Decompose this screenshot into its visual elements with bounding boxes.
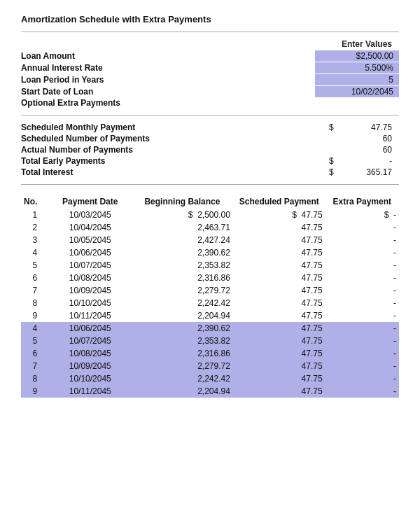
start-date-label: Start Date of Loan [21, 87, 315, 97]
cell-extra: - [326, 385, 399, 398]
cell-scheduled: 47.75 [233, 347, 326, 360]
input-row-extra-payments: Optional Extra Payments [21, 98, 399, 108]
cell-extra: - [326, 272, 399, 284]
table-header-row: No. Payment Date Beginning Balance Sched… [21, 195, 399, 209]
table-row: 410/06/20452,390.6247.75- [21, 246, 399, 259]
input-row-interest-rate: Annual Interest Rate 5.500% [21, 62, 399, 74]
table-section: No. Payment Date Beginning Balance Sched… [21, 195, 399, 398]
summary-monthly-value: 47.75 [343, 122, 399, 132]
extra-payments-value[interactable] [315, 102, 399, 104]
col-header-date: Payment Date [49, 195, 132, 209]
cell-no: 7 [21, 284, 49, 297]
table-row: 810/10/20452,242.4247.75- [21, 372, 399, 385]
table-row: 610/08/20452,316.8647.75- [21, 272, 399, 284]
cell-scheduled: 47.75 [233, 272, 326, 284]
cell-balance: 2,316.86 [132, 347, 233, 360]
cell-date: 10/10/2045 [49, 297, 132, 309]
cell-no: 6 [21, 347, 49, 360]
cell-date: 10/06/2045 [49, 322, 132, 335]
cell-scheduled: $ 47.75 [233, 209, 326, 221]
table-row: 510/07/20452,353.8247.75- [21, 259, 399, 272]
table-row: 710/09/20452,279.7247.75- [21, 360, 399, 372]
cell-no: 1 [21, 209, 49, 221]
cell-date: 10/08/2045 [49, 272, 132, 284]
cell-extra: - [326, 259, 399, 272]
cell-extra: - [326, 360, 399, 372]
loan-period-value[interactable]: 5 [315, 74, 399, 85]
cell-scheduled: 47.75 [233, 297, 326, 309]
cell-scheduled: 47.75 [233, 259, 326, 272]
col-header-balance: Beginning Balance [132, 195, 233, 209]
enter-values-label: Enter Values [308, 39, 392, 49]
cell-no: 4 [21, 322, 49, 335]
cell-balance: 2,353.82 [132, 335, 233, 347]
cell-scheduled: 47.75 [233, 360, 326, 372]
cell-balance: 2,390.62 [132, 246, 233, 259]
input-section: Enter Values Loan Amount $2,500.00 Annua… [21, 39, 399, 108]
summary-monthly-label: Scheduled Monthly Payment [21, 122, 329, 132]
cell-date: 10/08/2045 [49, 347, 132, 360]
table-row: 210/04/20452,463.7147.75- [21, 221, 399, 234]
table-row: 510/07/20452,353.8247.75- [21, 335, 399, 347]
interest-rate-value[interactable]: 5.500% [315, 62, 399, 74]
input-header-row: Enter Values [21, 39, 399, 49]
amortization-table: No. Payment Date Beginning Balance Sched… [21, 195, 399, 398]
col-header-scheduled: Scheduled Payment [233, 195, 326, 209]
cell-extra: - [326, 221, 399, 234]
cell-balance: 2,463.71 [132, 221, 233, 234]
cell-extra: - [326, 284, 399, 297]
cell-date: 10/07/2045 [49, 259, 132, 272]
cell-extra: - [326, 347, 399, 360]
cell-extra: - [326, 309, 399, 322]
cell-extra: - [326, 322, 399, 335]
table-row: 310/05/20452,427.2447.75- [21, 234, 399, 246]
table-row: 910/11/20452,204.9447.75- [21, 309, 399, 322]
cell-balance: 2,390.62 [132, 322, 233, 335]
summary-row-interest: Total Interest $ 365.17 [21, 167, 399, 177]
summary-monthly-dollar: $ [329, 122, 343, 132]
cell-scheduled: 47.75 [233, 246, 326, 259]
cell-date: 10/07/2045 [49, 335, 132, 347]
cell-balance: 2,279.72 [132, 360, 233, 372]
cell-no: 5 [21, 335, 49, 347]
summary-early-value: - [343, 156, 399, 166]
cell-no: 5 [21, 259, 49, 272]
summary-row-sched-num: Scheduled Number of Payments 60 [21, 134, 399, 144]
loan-period-label: Loan Period in Years [21, 75, 315, 85]
input-row-loan-period: Loan Period in Years 5 [21, 74, 399, 85]
cell-date: 10/03/2045 [49, 209, 132, 221]
summary-row-actual-num: Actual Number of Payments 60 [21, 145, 399, 155]
cell-balance: 2,242.42 [132, 372, 233, 385]
table-body: 110/03/2045$ 2,500.00$ 47.75$ -210/04/20… [21, 209, 399, 398]
cell-balance: 2,204.94 [132, 385, 233, 398]
cell-date: 10/10/2045 [49, 372, 132, 385]
table-row: 810/10/20452,242.4247.75- [21, 297, 399, 309]
loan-amount-value[interactable]: $2,500.00 [315, 50, 399, 62]
cell-scheduled: 47.75 [233, 221, 326, 234]
cell-extra: - [326, 297, 399, 309]
table-row: 410/06/20452,390.6247.75- [21, 322, 399, 335]
start-date-value[interactable]: 10/02/2045 [315, 86, 399, 97]
col-header-no: No. [21, 195, 49, 209]
cell-date: 10/09/2045 [49, 360, 132, 372]
cell-no: 8 [21, 297, 49, 309]
cell-no: 9 [21, 309, 49, 322]
cell-scheduled: 47.75 [233, 234, 326, 246]
input-row-loan-amount: Loan Amount $2,500.00 [21, 50, 399, 62]
cell-date: 10/11/2045 [49, 385, 132, 398]
cell-no: 6 [21, 272, 49, 284]
cell-balance: 2,204.94 [132, 309, 233, 322]
cell-extra: - [326, 335, 399, 347]
extra-payments-label: Optional Extra Payments [21, 98, 315, 108]
summary-sched-num-value: 60 [343, 134, 399, 144]
cell-no: 4 [21, 246, 49, 259]
cell-extra: - [326, 246, 399, 259]
cell-scheduled: 47.75 [233, 372, 326, 385]
table-row: 710/09/20452,279.7247.75- [21, 284, 399, 297]
cell-balance: $ 2,500.00 [132, 209, 233, 221]
summary-early-label: Total Early Payments [21, 156, 329, 166]
cell-date: 10/09/2045 [49, 284, 132, 297]
loan-amount-label: Loan Amount [21, 51, 315, 61]
summary-sched-num-label: Scheduled Number of Payments [21, 134, 329, 144]
divider-top [21, 31, 399, 32]
